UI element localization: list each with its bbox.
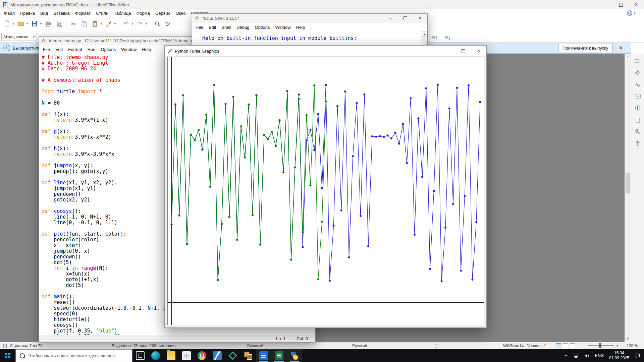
new-document-button[interactable] — [2, 18, 12, 29]
status-page[interactable]: Страница 7 из 70 — [10, 344, 43, 348]
idle-close-button[interactable]: × — [413, 14, 427, 23]
taskbar-clock[interactable]: 15:34 01.09.2025 — [607, 349, 632, 362]
zoom-slider[interactable] — [588, 345, 614, 346]
writer-titlebar[interactable]: Методические указания по ПОАС.docx — Lib… — [0, 0, 644, 9]
redo-dropdown-caret-icon[interactable]: ▾ — [145, 22, 148, 25]
menu-item[interactable]: Help — [293, 24, 308, 31]
taskbar-app-python-setup[interactable] — [240, 349, 256, 362]
save-status-icon[interactable] — [3, 344, 7, 348]
copy-button[interactable] — [79, 18, 89, 29]
selection-mode-icon[interactable] — [435, 344, 439, 348]
open-dropdown-caret-icon[interactable]: ▾ — [25, 22, 29, 25]
increase-paragraph-spacing-button[interactable] — [429, 33, 439, 43]
menu-item[interactable]: Стили — [93, 10, 111, 16]
menu-item[interactable]: Файл — [1, 10, 17, 16]
menu-item[interactable]: Debug — [234, 24, 252, 31]
taskbar-app-libreoffice-calc[interactable] — [271, 349, 287, 362]
menu-item[interactable]: Window — [272, 24, 293, 31]
taskbar-app-libreoffice-writer[interactable] — [256, 349, 271, 362]
idle-titlebar[interactable]: *IDLE Shell 3.11.5* × — [192, 14, 427, 23]
spelling-button[interactable]: ABC — [163, 18, 173, 29]
update-indicator[interactable]: ▾ — [627, 10, 635, 16]
decrease-paragraph-spacing-button[interactable] — [442, 33, 452, 43]
print-preview-button[interactable] — [54, 18, 64, 29]
menu-item[interactable]: File — [40, 46, 53, 53]
menu-item[interactable]: Окно — [173, 10, 188, 16]
navigator-icon[interactable] — [634, 104, 642, 112]
find-replace-button[interactable] — [152, 18, 162, 29]
menu-item[interactable]: Shell — [219, 24, 234, 31]
paste-dropdown-caret-icon[interactable]: ▾ — [100, 22, 103, 25]
menu-item[interactable]: Таблица — [111, 10, 133, 16]
idle-maximize-button[interactable] — [398, 14, 413, 23]
zoom-out-icon[interactable]: – — [582, 344, 584, 348]
scroll-down-icon[interactable]: ▼ — [625, 336, 631, 342]
undo-button[interactable]: ↶ — [121, 18, 131, 29]
taskbar-app-chrome[interactable] — [194, 349, 210, 362]
release-notes-button[interactable]: Примечания к выпуску — [558, 44, 612, 52]
forward-arrow-icon[interactable]: → — [17, 330, 25, 340]
menu-item[interactable]: Форма — [133, 10, 153, 16]
undo-dropdown-caret-icon[interactable]: ▾ — [131, 22, 134, 25]
open-button[interactable] — [16, 18, 26, 29]
zoom-slider-thumb[interactable] — [599, 343, 601, 348]
taskbar-app-edge[interactable] — [148, 349, 163, 362]
book-view-icon[interactable] — [570, 343, 575, 348]
taskbar-app-dev-app[interactable] — [225, 349, 240, 362]
turtle-canvas[interactable] — [167, 57, 484, 325]
menu-item[interactable]: Вид — [38, 10, 51, 16]
language-indicator[interactable]: ENG — [593, 349, 606, 362]
new-dropdown-caret-icon[interactable]: ▾ — [12, 22, 15, 25]
single-page-view-icon[interactable] — [556, 343, 561, 348]
style-inspector-icon[interactable]: A — [634, 127, 642, 135]
menu-item[interactable]: Вставка — [51, 10, 72, 16]
accessibility-icon[interactable] — [634, 139, 642, 147]
zoom-in-icon[interactable]: + — [616, 344, 619, 348]
combobox-caret-icon[interactable]: ▾ — [31, 33, 37, 41]
infobar-close-icon[interactable]: ✕ — [619, 45, 623, 51]
menu-item[interactable]: Options — [252, 24, 273, 31]
menu-item[interactable]: Options — [98, 46, 118, 53]
cut-button[interactable]: ✂ — [68, 18, 78, 29]
properties-icon[interactable] — [634, 69, 642, 77]
menu-item[interactable]: Edit — [206, 24, 219, 31]
network-icon[interactable] — [571, 349, 581, 362]
page-icon[interactable] — [634, 116, 642, 124]
status-numbering[interactable]: WWNum14 : Уровень 1 — [503, 344, 546, 348]
multi-page-view-icon[interactable] — [563, 343, 568, 348]
turtle-maximize-button[interactable] — [455, 46, 471, 56]
scrollbar-thumb[interactable] — [626, 173, 630, 193]
document-scrollbar[interactable]: ▲ ▼ — [625, 54, 631, 342]
taskbar-app-python-idle[interactable] — [287, 349, 302, 362]
notification-center-icon[interactable] — [632, 349, 643, 362]
idle-minimize-button[interactable] — [383, 14, 398, 23]
redo-button[interactable]: ↷ — [135, 18, 145, 29]
save-button[interactable] — [30, 18, 40, 29]
writer-close-button[interactable]: × — [629, 0, 644, 9]
styles-icon[interactable]: A — [634, 80, 642, 88]
menu-item[interactable]: Help — [139, 46, 154, 53]
zoom-level[interactable]: 120 % — [627, 344, 638, 348]
clone-formatting-button[interactable] — [104, 18, 114, 29]
menu-item[interactable]: Edit — [53, 46, 65, 53]
writer-maximize-button[interactable] — [613, 0, 629, 9]
menu-item[interactable]: Сервис — [153, 10, 173, 16]
paste-button[interactable] — [90, 18, 100, 29]
writer-minimize-button[interactable] — [598, 0, 613, 9]
sidebar-settings-icon[interactable] — [634, 57, 642, 65]
taskbar-app-task-view[interactable] — [132, 349, 148, 362]
menu-item[interactable]: Формат — [72, 10, 93, 16]
menu-item[interactable]: Format — [65, 46, 85, 53]
taskbar-app-calculator[interactable] — [179, 349, 194, 362]
idle-scroll-up-icon[interactable]: ▲ — [422, 31, 427, 37]
back-arrow-icon[interactable]: ← — [5, 330, 13, 340]
gallery-icon[interactable] — [634, 92, 642, 100]
turtle-titlebar[interactable]: Python Turtle Graphics × — [165, 46, 486, 57]
scroll-up-icon[interactable]: ▲ — [625, 54, 631, 59]
print-button[interactable] — [43, 18, 53, 29]
taskbar-app-file-explorer[interactable] — [163, 349, 179, 362]
menu-item[interactable]: Run — [85, 46, 98, 53]
menu-item[interactable]: Правка — [17, 10, 38, 16]
menu-item[interactable]: File — [194, 24, 206, 31]
status-language[interactable]: Русский — [352, 344, 367, 348]
